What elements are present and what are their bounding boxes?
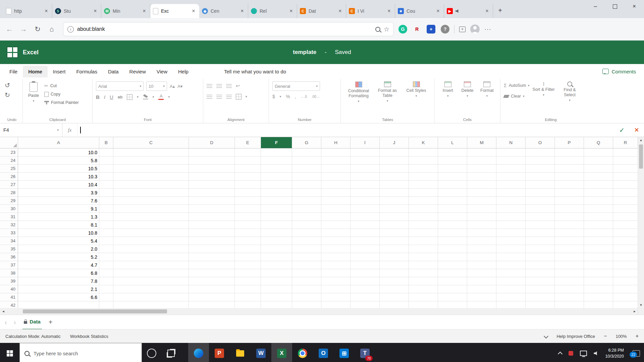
cell-E27[interactable] <box>235 181 261 189</box>
align-left-button[interactable] <box>207 95 212 99</box>
cell-O31[interactable] <box>526 213 555 221</box>
cell-H39[interactable] <box>321 277 351 285</box>
cell-Q34[interactable] <box>584 237 613 245</box>
cell-K39[interactable] <box>409 277 438 285</box>
cell-B39[interactable] <box>99 277 113 285</box>
format-cells-button[interactable]: Format ▾ <box>477 81 497 116</box>
cell-Q38[interactable] <box>584 269 613 277</box>
cell-L24[interactable] <box>438 157 467 165</box>
cell-I35[interactable] <box>351 245 380 253</box>
cell-H38[interactable] <box>321 269 351 277</box>
cell-Q31[interactable] <box>584 213 613 221</box>
cell-Q41[interactable] <box>584 293 613 301</box>
cell-A29[interactable]: 7.6 <box>18 197 99 205</box>
find-select-button[interactable]: Find & Select ▾ <box>558 81 582 116</box>
cell-D32[interactable] <box>189 221 235 229</box>
cell-G35[interactable] <box>292 245 321 253</box>
cell-K32[interactable] <box>409 221 438 229</box>
url-text[interactable]: about:blank <box>77 26 372 32</box>
column-header-A[interactable]: A <box>18 137 99 148</box>
cell-C29[interactable] <box>113 197 189 205</box>
row-header-36[interactable]: 36 <box>0 253 18 261</box>
autosum-button[interactable]: Σ AutoSum ▾ <box>504 81 530 89</box>
cell-E25[interactable] <box>235 165 261 173</box>
cell-P35[interactable] <box>555 245 584 253</box>
cell-D29[interactable] <box>189 197 235 205</box>
column-header-F[interactable]: F <box>261 137 292 148</box>
cell-C26[interactable] <box>113 173 189 181</box>
cell-R27[interactable] <box>613 181 638 189</box>
cell-F42[interactable] <box>261 301 292 308</box>
favorites-icon[interactable]: ☆ <box>384 25 389 33</box>
cell-F28[interactable] <box>261 189 292 197</box>
grammarly-icon[interactable]: G <box>398 25 407 34</box>
cell-L25[interactable] <box>438 165 467 173</box>
cell-F39[interactable] <box>261 277 292 285</box>
document-title[interactable]: template <box>293 49 316 55</box>
delete-cells-button[interactable]: Delete ▾ <box>458 81 477 116</box>
cell-N23[interactable] <box>496 148 526 157</box>
cell-C36[interactable] <box>113 253 189 261</box>
r-extension-icon[interactable]: R <box>413 25 421 34</box>
cell-G42[interactable] <box>292 301 321 308</box>
cell-I23[interactable] <box>351 148 380 157</box>
fill-color-button[interactable] <box>143 94 148 100</box>
clear-button[interactable]: Clear ▾ <box>504 92 530 100</box>
cell-N36[interactable] <box>496 253 526 261</box>
cell-G33[interactable] <box>292 229 321 237</box>
taskbar-search[interactable]: Type here to search <box>19 343 142 362</box>
cell-E38[interactable] <box>235 269 261 277</box>
cell-J29[interactable] <box>380 197 409 205</box>
outlook-taskbar-button[interactable]: O <box>313 343 334 362</box>
strikethrough-button[interactable]: ab <box>118 95 122 100</box>
cell-K42[interactable] <box>409 301 438 308</box>
number-format-select[interactable]: General ▾ <box>272 81 320 91</box>
tab-close-icon[interactable]: × <box>141 8 147 14</box>
cell-H41[interactable] <box>321 293 351 301</box>
cell-G26[interactable] <box>292 173 321 181</box>
cell-M38[interactable] <box>467 269 496 277</box>
scroll-down-icon[interactable]: ▼ <box>638 302 644 308</box>
cell-M31[interactable] <box>467 213 496 221</box>
cell-E26[interactable] <box>235 173 261 181</box>
row-header-29[interactable]: 29 <box>0 197 18 205</box>
row-header-26[interactable]: 26 <box>0 173 18 181</box>
redo-button[interactable]: ↻ <box>5 92 19 98</box>
cell-M42[interactable] <box>467 301 496 308</box>
cell-R25[interactable] <box>613 165 638 173</box>
cell-A36[interactable]: 5.2 <box>18 253 99 261</box>
cell-C34[interactable] <box>113 237 189 245</box>
cell-B38[interactable] <box>99 269 113 277</box>
cell-M23[interactable] <box>467 148 496 157</box>
cell-M29[interactable] <box>467 197 496 205</box>
cell-H31[interactable] <box>321 213 351 221</box>
cell-O24[interactable] <box>526 157 555 165</box>
cell-A33[interactable]: 10.8 <box>18 229 99 237</box>
cell-G39[interactable] <box>292 277 321 285</box>
cell-O23[interactable] <box>526 148 555 157</box>
cell-R30[interactable] <box>613 205 638 213</box>
decrease-decimal-button[interactable]: .00→ <box>312 95 320 99</box>
cell-G31[interactable] <box>292 213 321 221</box>
cell-A39[interactable]: 7.8 <box>18 277 99 285</box>
cell-K41[interactable] <box>409 293 438 301</box>
cell-E28[interactable] <box>235 189 261 197</box>
tab-close-icon[interactable]: × <box>337 8 343 14</box>
cell-M34[interactable] <box>467 237 496 245</box>
vertical-scroll-thumb[interactable] <box>639 144 643 169</box>
cell-L36[interactable] <box>438 253 467 261</box>
ribbon-tab-home[interactable]: Home <box>23 66 48 77</box>
cell-H28[interactable] <box>321 189 351 197</box>
cell-B27[interactable] <box>99 181 113 189</box>
cell-Q29[interactable] <box>584 197 613 205</box>
cell-I39[interactable] <box>351 277 380 285</box>
cell-N34[interactable] <box>496 237 526 245</box>
cell-O28[interactable] <box>526 189 555 197</box>
cell-H37[interactable] <box>321 261 351 269</box>
cell-L28[interactable] <box>438 189 467 197</box>
cell-B42[interactable] <box>99 301 113 308</box>
browser-tab[interactable]: CDat× <box>297 4 346 18</box>
cell-R42[interactable] <box>613 301 638 308</box>
cell-P23[interactable] <box>555 148 584 157</box>
cell-G24[interactable] <box>292 157 321 165</box>
